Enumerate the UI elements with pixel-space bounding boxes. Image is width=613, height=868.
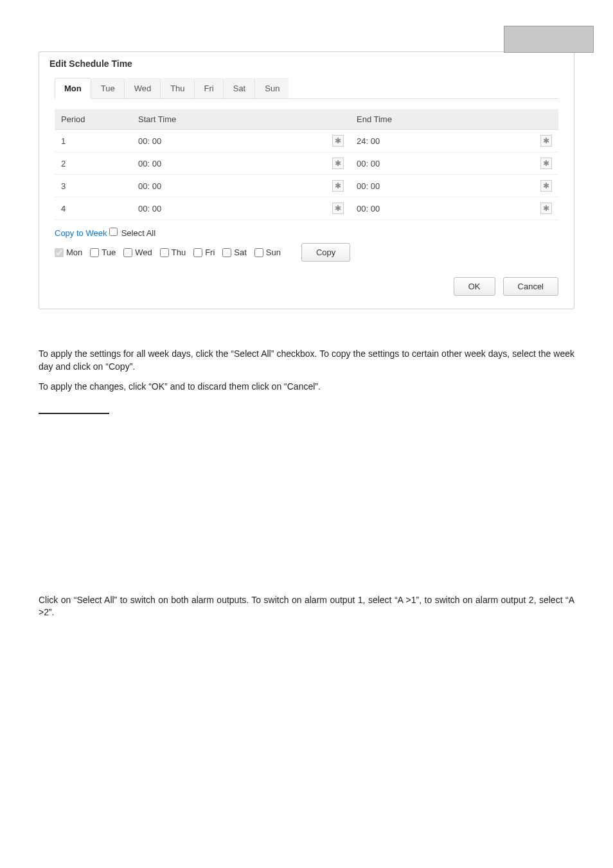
- period-cell: 2: [55, 152, 132, 175]
- check-sat-label: Sat: [234, 248, 247, 257]
- period-cell: 4: [55, 197, 132, 220]
- select-all-label: Select All: [121, 228, 155, 238]
- schedule-table: Period Start Time End Time 1 00: 00✱ 24:…: [55, 109, 558, 220]
- start-time-value[interactable]: 00: 00: [138, 181, 161, 191]
- start-time-value[interactable]: 00: 00: [138, 159, 161, 168]
- tab-wed[interactable]: Wed: [125, 78, 161, 98]
- period-cell: 1: [55, 130, 132, 152]
- ok-button[interactable]: OK: [454, 277, 495, 296]
- check-fri-label: Fri: [205, 248, 215, 257]
- instruction-text-block: To apply the settings for all week days,…: [39, 348, 574, 393]
- table-row: 3 00: 00✱ 00: 00✱: [55, 175, 558, 197]
- instruction-paragraph: Click on “Select All” to switch on both …: [39, 594, 574, 619]
- check-thu-label: Thu: [172, 248, 186, 257]
- check-mon-label: Mon: [66, 248, 82, 257]
- instruction-paragraph: To apply the settings for all week days,…: [39, 348, 574, 373]
- tab-sat[interactable]: Sat: [224, 78, 256, 98]
- table-row: 2 00: 00✱ 00: 00✱: [55, 152, 558, 175]
- edit-schedule-dialog: Edit Schedule Time Mon Tue Wed Thu Fri S…: [39, 51, 574, 309]
- check-tue[interactable]: [90, 248, 99, 257]
- dialog-title: Edit Schedule Time: [39, 52, 574, 78]
- check-wed-label: Wed: [135, 248, 152, 257]
- day-tabs: Mon Tue Wed Thu Fri Sat Sun: [55, 78, 558, 99]
- check-sat[interactable]: [222, 248, 231, 257]
- cancel-button[interactable]: Cancel: [503, 277, 558, 296]
- header-period: Period: [55, 109, 132, 130]
- check-sun[interactable]: [254, 248, 263, 257]
- end-time-value[interactable]: 24: 00: [357, 136, 380, 146]
- clock-icon[interactable]: ✱: [332, 135, 344, 147]
- check-mon: [55, 248, 64, 257]
- table-row: 4 00: 00✱ 00: 00✱: [55, 197, 558, 220]
- header-start-time: Start Time: [132, 109, 350, 130]
- check-thu[interactable]: [160, 248, 169, 257]
- check-wed[interactable]: [123, 248, 132, 257]
- period-cell: 3: [55, 175, 132, 197]
- clock-icon[interactable]: ✱: [540, 135, 552, 147]
- end-time-value[interactable]: 00: 00: [357, 159, 380, 168]
- header-end-time: End Time: [350, 109, 558, 130]
- tab-sun[interactable]: Sun: [255, 78, 289, 98]
- tab-mon[interactable]: Mon: [55, 78, 91, 99]
- clock-icon[interactable]: ✱: [332, 180, 344, 192]
- end-time-value[interactable]: 00: 00: [357, 204, 380, 213]
- table-row: 1 00: 00✱ 24: 00✱: [55, 130, 558, 152]
- start-time-value[interactable]: 00: 00: [138, 204, 161, 213]
- copy-button[interactable]: Copy: [301, 243, 350, 262]
- start-time-value[interactable]: 00: 00: [138, 136, 161, 146]
- day-checkboxes: Mon Tue Wed Thu Fri Sat Sun Copy: [55, 243, 558, 262]
- clock-icon[interactable]: ✱: [332, 203, 344, 214]
- clock-icon[interactable]: ✱: [540, 158, 552, 169]
- header-placeholder-box: [504, 26, 594, 53]
- end-time-value[interactable]: 00: 00: [357, 181, 380, 191]
- instruction-text-block: Click on “Select All” to switch on both …: [39, 594, 574, 619]
- copy-to-week-label: Copy to Week: [55, 228, 107, 238]
- copy-to-week-section: Copy to Week Select All Mon Tue Wed Thu …: [55, 220, 558, 262]
- check-fri[interactable]: [193, 248, 202, 257]
- clock-icon[interactable]: ✱: [540, 180, 552, 192]
- select-all-checkbox[interactable]: [109, 228, 118, 236]
- clock-icon[interactable]: ✱: [540, 203, 552, 214]
- check-sun-label: Sun: [266, 248, 281, 257]
- dialog-actions: OK Cancel: [39, 262, 574, 296]
- check-tue-label: Tue: [102, 248, 116, 257]
- instruction-paragraph: To apply the changes, click “OK” and to …: [39, 381, 574, 393]
- tab-fri[interactable]: Fri: [195, 78, 224, 98]
- tab-thu[interactable]: Thu: [161, 78, 194, 98]
- tab-tue[interactable]: Tue: [91, 78, 125, 98]
- clock-icon[interactable]: ✱: [332, 158, 344, 169]
